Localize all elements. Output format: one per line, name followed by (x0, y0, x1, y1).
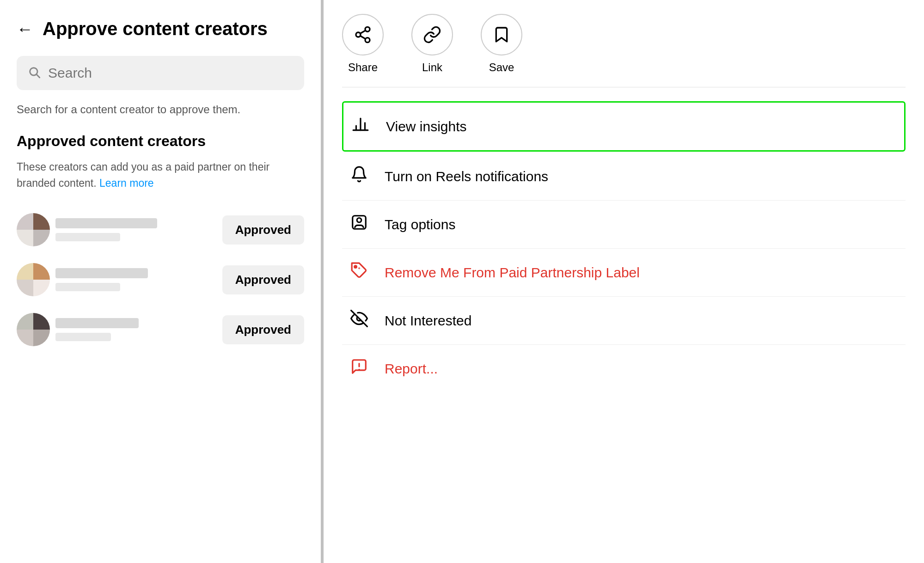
search-hint: Search for a content creator to approve … (17, 103, 304, 116)
menu-item-view-insights[interactable]: View insights (342, 101, 906, 152)
tag-options-label: Tag options (385, 217, 455, 233)
creator-name-block (55, 318, 139, 341)
save-label: Save (489, 61, 514, 74)
bell-icon (348, 165, 371, 187)
creator-name-block (55, 218, 157, 241)
header: ← Approve content creators (17, 18, 304, 39)
learn-more-link[interactable]: Learn more (99, 177, 154, 189)
creator-info (17, 313, 139, 346)
exclamation-icon (348, 358, 371, 379)
menu-item-remove-paid-partnership[interactable]: Remove Me From Paid Partnership Label (342, 249, 906, 297)
section-description: These creators can add you as a paid par… (17, 159, 304, 191)
search-icon (28, 66, 41, 81)
approved-button[interactable]: Approved (222, 315, 304, 344)
approved-button[interactable]: Approved (222, 265, 304, 294)
link-circle (411, 14, 453, 55)
person-tag-icon (348, 214, 371, 235)
creator-info (17, 213, 157, 246)
page-title: Approve content creators (43, 18, 268, 39)
search-bar[interactable] (17, 56, 304, 90)
menu-item-report[interactable]: Report... (342, 345, 906, 392)
svg-line-6 (360, 31, 365, 34)
view-insights-label: View insights (386, 119, 467, 135)
reels-notifications-label: Turn on Reels notifications (385, 169, 548, 184)
link-label: Link (422, 61, 442, 74)
save-action[interactable]: Save (481, 14, 522, 74)
tag-star-icon (348, 262, 371, 283)
share-action[interactable]: Share (342, 14, 384, 74)
svg-point-13 (355, 266, 357, 268)
creator-name-block (55, 268, 148, 291)
svg-line-5 (360, 36, 365, 39)
right-panel: Share Link Save (324, 0, 924, 563)
not-interested-label: Not Interested (385, 313, 471, 329)
menu-item-reels-notifications[interactable]: Turn on Reels notifications (342, 153, 906, 201)
search-input[interactable] (48, 65, 293, 81)
creator-info (17, 263, 148, 296)
approved-button[interactable]: Approved (222, 215, 304, 245)
eye-off-icon (348, 310, 371, 331)
svg-point-12 (357, 218, 361, 223)
menu-item-tag-options[interactable]: Tag options (342, 201, 906, 249)
back-button[interactable]: ← (17, 21, 33, 37)
avatar (17, 313, 50, 346)
save-circle (481, 14, 522, 55)
report-label: Report... (385, 361, 438, 377)
menu-list: View insights Turn on Reels notification… (342, 101, 906, 392)
share-label: Share (348, 61, 378, 74)
table-row: Approved (17, 305, 304, 355)
svg-line-1 (37, 74, 39, 77)
share-circle (342, 14, 384, 55)
table-row: Approved (17, 205, 304, 255)
table-row: Approved (17, 255, 304, 305)
creator-list: Approved Approved (17, 205, 304, 355)
approved-creators-title: Approved content creators (17, 133, 304, 150)
menu-item-not-interested[interactable]: Not Interested (342, 297, 906, 345)
avatar (17, 263, 50, 296)
link-action[interactable]: Link (411, 14, 453, 74)
action-icons-row: Share Link Save (342, 14, 906, 87)
remove-paid-partnership-label: Remove Me From Paid Partnership Label (385, 265, 640, 281)
left-panel: ← Approve content creators Search for a … (0, 0, 324, 563)
avatar (17, 213, 50, 246)
chart-icon (349, 116, 372, 137)
